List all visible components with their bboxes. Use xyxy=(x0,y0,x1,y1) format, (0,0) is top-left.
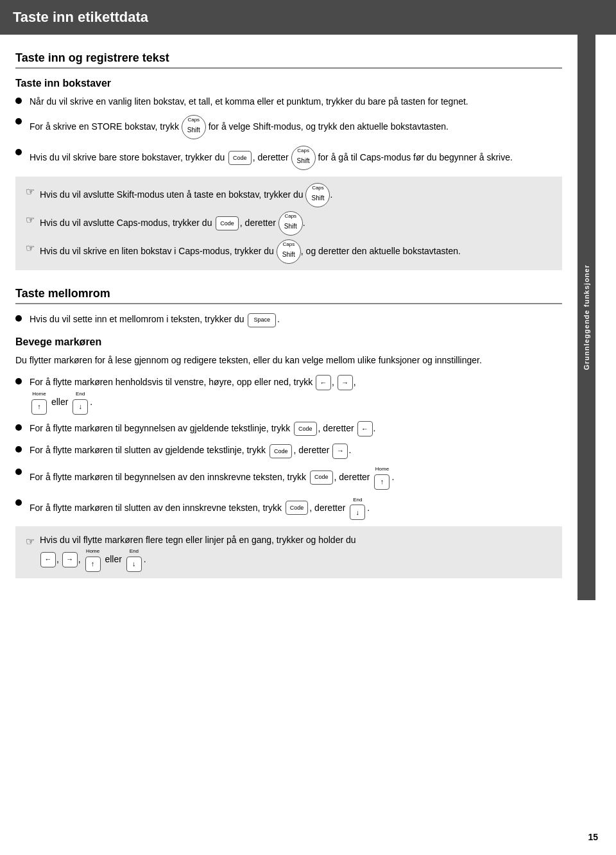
code-key: Code xyxy=(294,422,317,436)
bullet-dot xyxy=(15,499,22,506)
right-arrow-key: → xyxy=(338,375,353,390)
note-box-bokstaver: ☞ Hvis du vil avslutte Skift-modus uten … xyxy=(15,177,562,270)
markoren-intro: Du flytter markøren for å lese gjennom o… xyxy=(15,353,562,367)
note-line: ☞ Hvis du vil skrive en liten bokstav i … xyxy=(26,239,552,264)
subsection-title-mellomrom: Taste mellomrom xyxy=(15,281,562,304)
home-key-with-label: Home ↑ xyxy=(31,390,47,415)
note-icon: ☞ xyxy=(26,212,35,229)
up-arrow-key2: ↑ xyxy=(374,474,389,490)
note-icon: ☞ xyxy=(26,533,35,550)
page-title: Taste inn etikettdata xyxy=(13,9,148,25)
right-arrow-key: → xyxy=(332,444,348,459)
code-key: Code xyxy=(228,151,252,165)
up-arrow-key: ↑ xyxy=(31,399,47,415)
sidebar: Grunnleggende funksjoner xyxy=(578,35,595,600)
bullet-dot xyxy=(15,469,22,475)
end-key-note: End ↓ xyxy=(126,548,142,572)
note-line: ☞ Hvis du vil avslutte Skift-modus uten … xyxy=(26,183,552,207)
mellomrom-list: Hvis du vil sette inn et mellomrom i tek… xyxy=(15,312,562,327)
bullet-dot xyxy=(15,98,22,104)
note-icon: ☞ xyxy=(26,184,35,200)
section-title-main: Taste inn og registrere tekst xyxy=(15,45,562,69)
subsection-title-bokstaver: Taste inn bokstaver xyxy=(15,78,562,89)
down-arrow-key2: ↓ xyxy=(350,505,365,520)
sidebar-label: Grunnleggende funksjoner xyxy=(583,264,590,370)
note-line: ☞ Hvis du vil avslutte Caps-modus, trykk… xyxy=(26,211,552,236)
home-key-with-label2: Home ↑ xyxy=(373,465,390,490)
list-item: For å flytte markøren henholdsvis til ve… xyxy=(15,375,562,415)
caps-shift-key: Caps Shift xyxy=(182,115,206,139)
markoren-list: For å flytte markøren henholdsvis til ve… xyxy=(15,375,562,520)
note-box-markoren: ☞ Hvis du vil flytte markøren flere tegn… xyxy=(15,526,562,578)
list-item: Hvis du vil sette inn et mellomrom i tek… xyxy=(15,312,562,327)
list-item: Når du vil skrive en vanlig liten boksta… xyxy=(15,94,562,108)
page-header: Taste inn etikettdata xyxy=(0,0,616,35)
end-key-with-label: End ↓ xyxy=(72,390,89,415)
left-arrow-key: ← xyxy=(357,421,373,436)
main-content: Taste inn og registrere tekst Taste inn … xyxy=(0,35,616,600)
up-arrow-key-note: ↑ xyxy=(85,557,101,572)
caps-shift-key: Caps Shift xyxy=(291,146,316,170)
left-arrow-key: ← xyxy=(40,552,56,567)
list-item: For å flytte markøren til begynnelsen av… xyxy=(15,465,562,490)
list-item: For å flytte markøren til slutten av gje… xyxy=(15,443,562,458)
content-body: Taste inn og registrere tekst Taste inn … xyxy=(0,35,578,600)
list-item: For å flytte markøren til slutten av den… xyxy=(15,496,562,521)
subsection-title-markoren: Bevege markøren xyxy=(15,336,562,348)
bullet-dot xyxy=(15,149,22,155)
list-item: Hvis du vil skrive bare store bokstaver,… xyxy=(15,146,562,170)
down-arrow-key-note: ↓ xyxy=(126,557,142,572)
down-arrow-key: ↓ xyxy=(73,399,88,415)
left-arrow-key: ← xyxy=(316,375,331,390)
code-key: Code xyxy=(310,471,333,485)
page-number: 15 xyxy=(588,832,598,842)
caps-shift-key: Caps Shift xyxy=(305,183,330,207)
caps-shift-key: Caps Shift xyxy=(278,211,303,236)
code-key: Code xyxy=(216,216,239,230)
note-icon: ☞ xyxy=(26,240,35,257)
note-line: ☞ Hvis du vil flytte markøren flere tegn… xyxy=(26,533,552,571)
home-key-note: Home ↑ xyxy=(85,548,101,572)
space-key: Space xyxy=(248,313,276,327)
bullet-dot xyxy=(15,378,22,384)
bokstaver-list: Når du vil skrive en vanlig liten boksta… xyxy=(15,94,562,170)
list-item: For å flytte markøren til begynnelsen av… xyxy=(15,421,562,436)
right-arrow-key: → xyxy=(62,552,78,567)
code-key: Code xyxy=(286,501,309,515)
bullet-dot xyxy=(15,315,22,322)
bullet-dot xyxy=(15,118,22,125)
bullet-dot xyxy=(15,446,22,453)
end-key-with-label2: End ↓ xyxy=(349,496,366,521)
code-key: Code xyxy=(270,444,293,458)
list-item: For å skrive en STORE bokstav, trykk Cap… xyxy=(15,115,562,139)
bullet-dot xyxy=(15,424,22,431)
caps-shift-key: Caps Shift xyxy=(277,239,301,264)
